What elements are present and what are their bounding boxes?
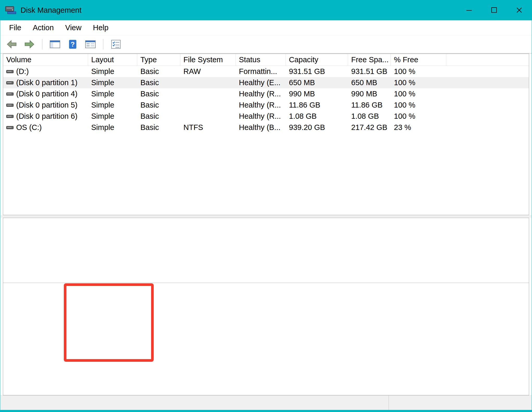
cell-file_system	[180, 111, 236, 122]
console-tree-icon	[49, 39, 61, 49]
column-header-file-system[interactable]: File System	[180, 54, 236, 66]
volume-row-disk-0-partition-1[interactable]: (Disk 0 partition 1)SimpleBasicHealthy (…	[3, 77, 529, 88]
volume-icon	[6, 125, 14, 130]
cell-file_system	[180, 99, 236, 111]
volume-row-os-c[interactable]: OS (C:)SimpleBasicNTFSHealthy (B...939.2…	[3, 122, 529, 133]
statusbar-right-panel	[389, 396, 532, 410]
cell-percent_free: 100 %	[391, 77, 446, 88]
svg-text:?: ?	[71, 40, 75, 48]
menu-help[interactable]: Help	[87, 20, 114, 35]
cell-layout: Simple	[88, 111, 137, 122]
statusbar	[0, 395, 532, 410]
minimize-button[interactable]	[457, 0, 482, 20]
column-header-layout[interactable]: Layout	[88, 54, 137, 66]
window-title: Disk Management	[21, 6, 82, 15]
action-list-button[interactable]	[109, 37, 123, 51]
cell-layout: Simple	[88, 88, 137, 99]
cell-filler	[446, 122, 529, 133]
column-header-status[interactable]: Status	[236, 54, 286, 66]
volume-name: (Disk 0 partition 4)	[16, 90, 77, 98]
column-header-filler	[446, 54, 529, 66]
cell-filler	[446, 88, 529, 99]
cell-volume: (Disk 0 partition 4)	[3, 88, 88, 99]
volume-row-disk-0-partition-5[interactable]: (Disk 0 partition 5)SimpleBasicHealthy (…	[3, 99, 529, 111]
cell-status: Healthy (R...	[236, 88, 286, 99]
window-controls	[457, 0, 532, 20]
cell-free_space: 650 MB	[348, 77, 391, 88]
cell-volume: (Disk 0 partition 1)	[3, 77, 88, 88]
back-button[interactable]	[4, 37, 19, 51]
volume-icon	[6, 103, 14, 108]
graph-pane	[3, 218, 529, 395]
volume-name: (Disk 0 partition 6)	[16, 112, 77, 121]
volume-row-disk-0-partition-4[interactable]: (Disk 0 partition 4)SimpleBasicHealthy (…	[3, 88, 529, 99]
action-list-icon	[110, 39, 122, 49]
cell-free_space: 11.86 GB	[348, 99, 391, 111]
cell-status: Healthy (R...	[236, 111, 286, 122]
cell-status: Healthy (B...	[236, 122, 286, 133]
cell-percent_free: 100 %	[391, 88, 446, 99]
volume-table-body: (D:)SimpleBasicRAWFormattin...931.51 GB9…	[3, 66, 529, 133]
volume-table-header: VolumeLayoutTypeFile SystemStatusCapacit…	[3, 54, 529, 66]
cell-filler	[446, 111, 529, 122]
cell-volume: OS (C:)	[3, 122, 88, 133]
volume-row-d[interactable]: (D:)SimpleBasicRAWFormattin...931.51 GB9…	[3, 66, 529, 77]
cell-type: Basic	[137, 111, 180, 122]
menubar: FileActionViewHelp	[0, 20, 532, 35]
menu-view[interactable]: View	[59, 20, 87, 35]
volume-row-disk-0-partition-6[interactable]: (Disk 0 partition 6)SimpleBasicHealthy (…	[3, 111, 529, 122]
help-icon: ?	[67, 39, 79, 49]
toolbar: ?	[0, 35, 532, 54]
disk-management-icon	[5, 5, 16, 15]
pane-splitter[interactable]	[0, 215, 532, 218]
volume-name: (Disk 0 partition 1)	[16, 78, 77, 87]
cell-layout: Simple	[88, 99, 137, 111]
menu-file[interactable]: File	[3, 20, 27, 35]
cell-layout: Simple	[88, 77, 137, 88]
console-window-button[interactable]	[83, 37, 98, 51]
column-header-capacity[interactable]: Capacity	[286, 54, 348, 66]
cell-filler	[446, 66, 529, 77]
cell-type: Basic	[137, 99, 180, 111]
cell-capacity: 939.20 GB	[286, 122, 348, 133]
titlebar: Disk Management	[0, 0, 532, 20]
column-header-free-spa[interactable]: Free Spa...	[348, 54, 391, 66]
column-header-free[interactable]: % Free	[391, 54, 446, 66]
cell-capacity: 650 MB	[286, 77, 348, 88]
volume-icon	[6, 114, 14, 119]
menu-action[interactable]: Action	[27, 20, 60, 35]
cell-percent_free: 23 %	[391, 122, 446, 133]
console-window-icon	[84, 39, 96, 49]
toolbar-separator	[103, 39, 103, 49]
column-header-volume[interactable]: Volume	[3, 54, 88, 66]
cell-filler	[446, 99, 529, 111]
maximize-icon	[491, 7, 498, 14]
disk-rows	[3, 218, 529, 283]
column-header-type[interactable]: Type	[137, 54, 180, 66]
cell-status: Healthy (E...	[236, 77, 286, 88]
cell-capacity: 1.08 GB	[286, 111, 348, 122]
volume-icon	[6, 80, 14, 85]
help-button[interactable]: ?	[65, 37, 80, 51]
cell-volume: (D:)	[3, 66, 88, 77]
close-icon	[516, 7, 523, 14]
legend	[3, 378, 529, 395]
volume-icon	[6, 91, 14, 97]
volume-list-pane: VolumeLayoutTypeFile SystemStatusCapacit…	[3, 54, 529, 215]
console-tree-button[interactable]	[48, 37, 62, 51]
cell-file_system: RAW	[180, 66, 236, 77]
forward-button[interactable]	[22, 37, 37, 51]
close-button[interactable]	[507, 0, 532, 20]
volume-name: (D:)	[16, 67, 29, 76]
forward-icon	[23, 39, 35, 49]
cell-type: Basic	[137, 77, 180, 88]
maximize-button[interactable]	[482, 0, 507, 20]
toolbar-separator	[42, 39, 42, 49]
cell-file_system	[180, 77, 236, 88]
back-icon	[6, 39, 18, 49]
cell-capacity: 11.86 GB	[286, 99, 348, 111]
cell-file_system: NTFS	[180, 122, 236, 133]
cell-free_space: 931.51 GB	[348, 66, 391, 77]
cell-percent_free: 100 %	[391, 66, 446, 77]
cell-capacity: 931.51 GB	[286, 66, 348, 77]
